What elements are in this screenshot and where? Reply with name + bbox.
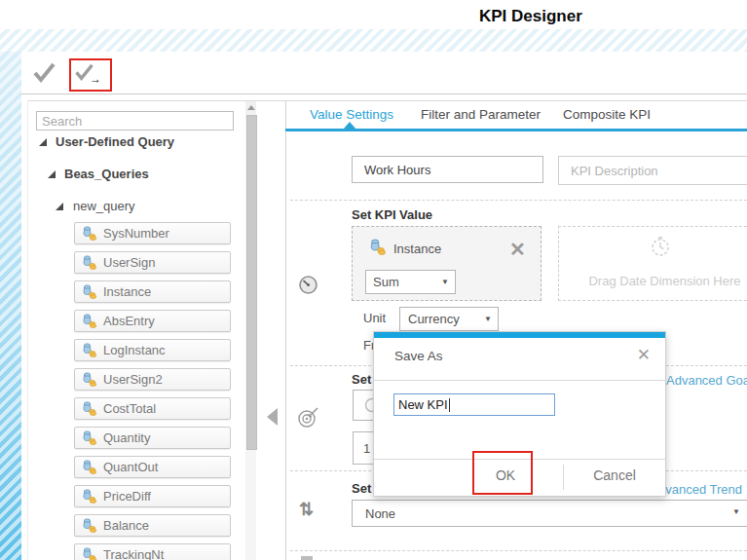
collapse-panel-arrow-icon[interactable] [267, 408, 278, 426]
field-chip[interactable]: Instance [74, 280, 231, 303]
field-label: Balance [103, 518, 149, 533]
expand-icon-query[interactable] [56, 203, 63, 210]
field-icon [369, 239, 387, 255]
dialog-header-divider [374, 380, 665, 381]
tab-composite-kpi[interactable]: Composite KPI [563, 107, 651, 122]
tab-underline [285, 129, 747, 131]
kpi-description-input[interactable] [558, 156, 747, 185]
kpi-name-input[interactable]: Work Hours [352, 156, 543, 183]
field-icon [82, 430, 97, 445]
field-chip[interactable]: LogInstanc [74, 339, 231, 361]
field-chip[interactable]: SysNumber [74, 222, 231, 244]
search-input[interactable] [36, 111, 234, 131]
field-label: TrackingNt [103, 547, 164, 560]
kpi-designer-window: KPI Designer → User-Defined Query Beas_Q… [0, 0, 747, 560]
scrollbar-up-button[interactable] [245, 101, 256, 114]
field-label: AbsEntry [103, 314, 155, 328]
annotation-highlight-ok [472, 451, 533, 495]
set-trend-heading: Set [352, 481, 371, 496]
trend-icon: ⇅ [299, 499, 314, 520]
text-caret [449, 398, 450, 412]
field-chip[interactable]: Quantity [74, 427, 231, 449]
field-label: LogInstanc [103, 343, 166, 357]
scrollbar-thumb[interactable] [246, 115, 257, 450]
field-label: UserSign2 [103, 372, 163, 387]
dialog-title: Save As [394, 349, 443, 363]
button-separator [563, 465, 564, 490]
kpi-measure-dropzone[interactable]: Instance ✕ Sum ▼ [352, 226, 542, 301]
measure-field-label: Instance [393, 242, 441, 256]
section-separator [290, 200, 747, 201]
trend-value: None [365, 506, 395, 521]
field-label: CostTotal [103, 401, 156, 416]
field-label: Instance [103, 284, 151, 299]
remove-measure-icon[interactable]: ✕ [509, 240, 526, 259]
field-icon [82, 255, 97, 270]
field-label: PriceDiff [103, 489, 151, 504]
tab-value-settings[interactable]: Value Settings [310, 107, 393, 122]
field-chip[interactable]: QuantOut [74, 456, 231, 478]
dropdown-arrow-icon: ▼ [441, 278, 449, 286]
set-goal-heading: Set [352, 372, 371, 387]
field-icon [82, 314, 97, 328]
date-dropzone-label: Drag Date Dimension Here [559, 274, 747, 288]
set-kpi-value-heading: Set KPI Value [352, 207, 432, 222]
field-chip[interactable]: UserSign [74, 251, 231, 274]
toolbar [21, 52, 747, 94]
sidebar-left-border [27, 100, 28, 560]
field-label: SysNumber [103, 226, 169, 241]
kpi-save-name-input[interactable]: New KPI [393, 393, 555, 416]
field-icon [82, 372, 97, 387]
field-chip[interactable]: AbsEntry [74, 310, 231, 332]
striped-band [0, 29, 747, 52]
field-icon [82, 284, 97, 299]
field-chip[interactable]: PriceDiff [74, 485, 231, 507]
field-chip[interactable]: UserSign2 [74, 368, 231, 391]
panel-divider [27, 100, 747, 101]
advanced-goal-link[interactable]: Advanced Goa [666, 373, 747, 388]
page-title: KPI Designer [479, 7, 582, 26]
advanced-trend-link[interactable]: dvanced Trend [658, 482, 742, 497]
field-icon [82, 547, 97, 560]
confirm-check-icon[interactable] [32, 61, 56, 84]
dialog-accent-bar [374, 332, 665, 338]
date-dimension-dropzone[interactable]: Drag Date Dimension Here [558, 226, 747, 301]
splitter [285, 100, 286, 560]
expand-icon-group[interactable] [48, 170, 56, 178]
triangle-up-icon [247, 105, 255, 110]
field-icon [82, 489, 97, 504]
aggregation-value: Sum [373, 275, 399, 289]
aggregation-select[interactable]: Sum ▼ [365, 270, 456, 294]
dialog-close-icon[interactable]: ✕ [637, 347, 651, 363]
field-label: Quantity [103, 430, 150, 445]
unit-label: Unit [363, 311, 386, 325]
gauge-icon [298, 275, 318, 295]
tree-node-root[interactable]: User-Defined Query [56, 134, 174, 149]
tab-filter-and-parameter[interactable]: Filter and Parameter [421, 107, 541, 122]
kpi-save-name-value: New KPI [398, 397, 448, 412]
field-label: QuantOut [103, 460, 158, 474]
cancel-button[interactable]: Cancel [580, 467, 649, 483]
save-as-dialog: Save As ✕ New KPI OK Cancel [373, 331, 666, 497]
unit-select[interactable]: Currency ▼ [399, 307, 499, 331]
expand-icon-root[interactable] [39, 138, 47, 146]
left-striped-band [0, 52, 21, 560]
field-icon [82, 401, 97, 416]
field-chip[interactable]: Balance [74, 514, 231, 537]
section-separator [290, 550, 747, 551]
tree-node-query[interactable]: new_query [73, 199, 135, 213]
next-section-icon [301, 556, 313, 560]
unit-value: Currency [408, 312, 460, 326]
annotation-highlight-toolbar [69, 58, 112, 92]
field-icon [82, 226, 97, 241]
trend-select[interactable]: None [352, 500, 747, 527]
target-icon [297, 405, 320, 429]
field-icon [82, 343, 97, 357]
field-chip[interactable]: TrackingNt [74, 543, 231, 560]
dropdown-arrow-icon: ▼ [484, 315, 492, 323]
tree-node-group[interactable]: Beas_Queries [64, 167, 149, 181]
field-chip[interactable]: CostTotal [74, 397, 231, 420]
clock-icon [650, 236, 671, 257]
active-tab-pointer [344, 122, 355, 129]
field-icon [82, 518, 97, 533]
